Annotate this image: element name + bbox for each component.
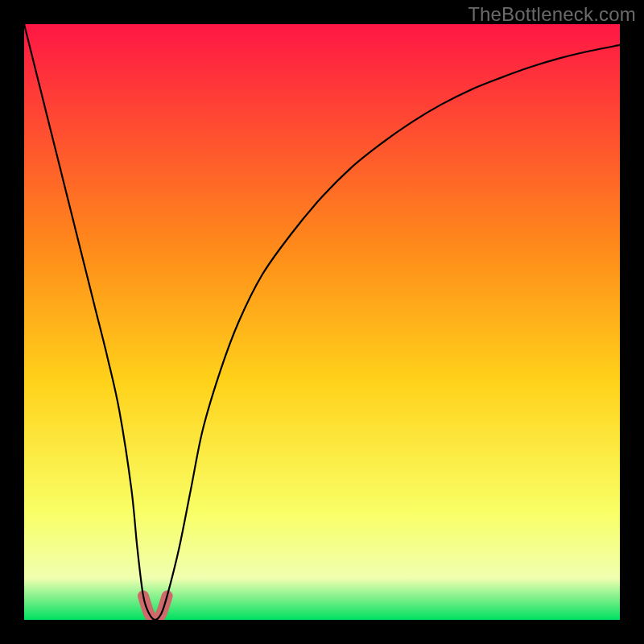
bottleneck-chart <box>24 24 620 620</box>
gradient-background <box>24 24 620 620</box>
watermark-text: TheBottleneck.com <box>468 3 636 26</box>
chart-frame: TheBottleneck.com <box>0 0 644 644</box>
